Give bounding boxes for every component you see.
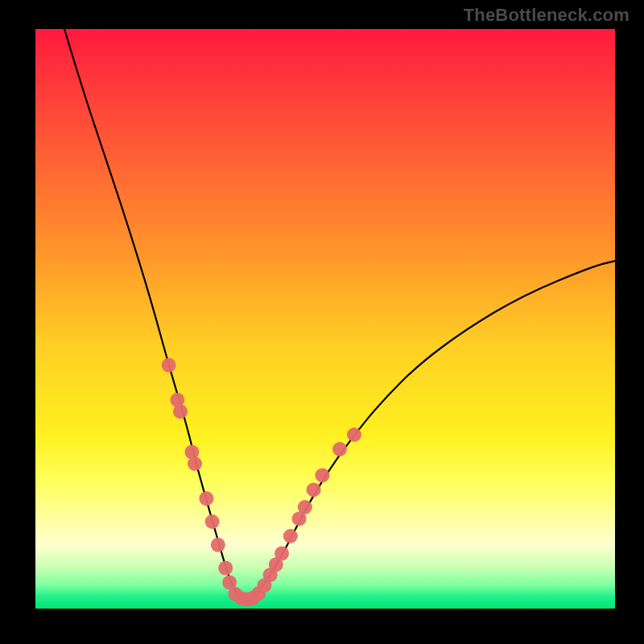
data-marker [188, 456, 202, 471]
data-marker [218, 561, 233, 576]
chart-frame: TheBottleneck.com [0, 0, 644, 644]
data-marker [199, 491, 213, 506]
attribution-label: TheBottleneck.com [464, 5, 630, 26]
marker-layer [162, 358, 361, 607]
plot-area [35, 29, 615, 609]
data-marker [275, 547, 289, 561]
bottleneck-curve [64, 29, 615, 599]
data-marker [211, 538, 225, 552]
data-marker [315, 468, 329, 482]
data-marker [283, 529, 298, 543]
data-marker [162, 358, 176, 373]
data-marker [173, 404, 188, 419]
data-marker [307, 482, 321, 497]
data-marker [205, 514, 220, 529]
data-marker [347, 427, 361, 442]
curve-svg [35, 29, 615, 609]
data-marker [298, 500, 312, 514]
data-marker [332, 442, 347, 456]
